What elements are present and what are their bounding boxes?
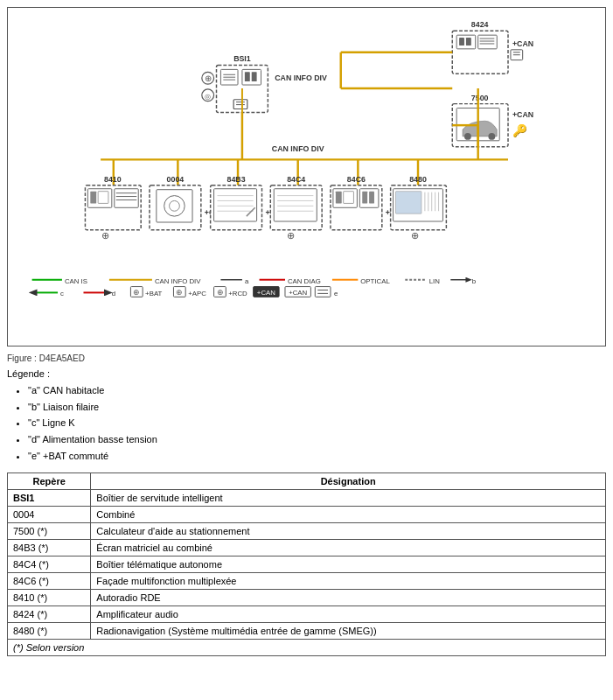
svg-rect-77 <box>270 186 322 230</box>
diagram-container: BSI1 ⊕ ◎ CAN INFO DIV <box>7 7 606 346</box>
svg-rect-7 <box>245 72 250 81</box>
diagram-svg: BSI1 ⊕ ◎ CAN INFO DIV <box>15 15 598 339</box>
figure-label: Figure : D4EA5AED <box>7 354 606 363</box>
svg-text:8424: 8424 <box>471 20 489 29</box>
legende-item: "e" +BAT commuté <box>28 448 606 465</box>
cell-repere: 0004 <box>8 507 91 523</box>
svg-text:⊕: ⊕ <box>101 230 109 241</box>
svg-text:🔑: 🔑 <box>512 123 528 138</box>
svg-text:+CAN: +CAN <box>512 110 533 119</box>
svg-text:b: b <box>472 277 477 285</box>
svg-rect-88 <box>336 192 342 204</box>
svg-text:⊕: ⊕ <box>176 288 183 297</box>
table-row: 0004Combiné <box>8 507 606 523</box>
svg-text:+APC: +APC <box>188 290 206 298</box>
svg-text:+CAN: +CAN <box>289 289 307 297</box>
table-row: 84B3 (*)Écran matriciel au combiné <box>8 540 606 556</box>
table-note: (*) Selon version <box>8 640 606 656</box>
cell-repere: 8480 (*) <box>8 623 91 640</box>
legende-title: Légende : <box>7 368 606 379</box>
svg-text:d: d <box>112 290 115 298</box>
cell-designation: Combiné <box>91 507 606 523</box>
svg-text:◎: ◎ <box>205 93 211 101</box>
svg-text:0004: 0004 <box>167 175 185 184</box>
legende-item: "c" Ligne K <box>28 415 606 431</box>
svg-point-34 <box>488 133 495 140</box>
legende-item: "d" Alimentation basse tension <box>28 431 606 448</box>
svg-text:8480: 8480 <box>409 175 427 184</box>
svg-text:+CAN: +CAN <box>512 39 533 48</box>
cell-repere: 7500 (*) <box>8 523 91 540</box>
cell-designation: Autoradio RDE <box>91 590 606 606</box>
svg-text:84C6: 84C6 <box>347 175 366 184</box>
svg-text:⊕: ⊕ <box>411 230 419 241</box>
svg-text:⊕: ⊕ <box>287 230 295 241</box>
table-note-row: (*) Selon version <box>8 640 606 656</box>
svg-rect-55 <box>90 192 96 204</box>
repere-table: Repère Désignation BSI1Boîtier de servit… <box>7 472 606 656</box>
svg-text:CAN INFO DIV: CAN INFO DIV <box>272 144 324 153</box>
cell-repere: 84C4 (*) <box>8 556 91 573</box>
svg-text:OPTICAL: OPTICAL <box>360 277 390 285</box>
svg-rect-21 <box>466 38 471 46</box>
cell-designation: Amplificateur audio <box>91 606 606 623</box>
svg-text:84B3: 84B3 <box>227 175 246 184</box>
svg-text:⊕: ⊕ <box>205 74 212 83</box>
table-row: 84C6 (*)Façade multifonction multiplexée <box>8 573 606 590</box>
table-row: 8480 (*)Radionavigation (Système multimé… <box>8 623 606 640</box>
table-row: 8410 (*)Autoradio RDE <box>8 590 606 606</box>
svg-text:CAN INFO DIV: CAN INFO DIV <box>155 277 201 285</box>
svg-text:8410: 8410 <box>104 175 122 184</box>
svg-rect-17 <box>452 31 508 74</box>
table-row: BSI1Boîtier de servitude intelligent <box>8 490 606 507</box>
cell-designation: Façade multifonction multiplexée <box>91 573 606 590</box>
col-designation: Désignation <box>91 473 606 490</box>
svg-text:a: a <box>245 277 249 285</box>
cell-designation: Écran matriciel au combiné <box>91 540 606 556</box>
table-row: 84C4 (*)Boîtier télématique autonome <box>8 556 606 573</box>
table-body: BSI1Boîtier de servitude intelligent0004… <box>8 490 606 640</box>
svg-rect-92 <box>369 192 374 204</box>
table-row: 7500 (*)Calculateur d'aide au stationnem… <box>8 523 606 540</box>
cell-designation: Calculateur d'aide au stationnement <box>91 523 606 540</box>
svg-text:7500: 7500 <box>471 94 489 102</box>
table-row: 8424 (*)Amplificateur audio <box>8 606 606 623</box>
legende-item: "a" CAN habitacle <box>28 382 606 399</box>
svg-text:CAN IS: CAN IS <box>65 277 87 285</box>
cell-repere: 8424 (*) <box>8 606 91 623</box>
svg-text:e: e <box>334 290 338 298</box>
legende-list: "a" CAN habitacle"b" Liaison filaire"c" … <box>7 382 606 464</box>
col-repere: Repère <box>8 473 91 490</box>
cell-repere: BSI1 <box>8 490 91 507</box>
svg-rect-91 <box>362 192 367 204</box>
svg-text:+RCD: +RCD <box>228 290 247 298</box>
legende-item: "b" Liaison filaire <box>28 399 606 416</box>
svg-text:c: c <box>60 290 64 298</box>
diagram-area: BSI1 ⊕ ◎ CAN INFO DIV <box>15 15 598 339</box>
svg-text:⊕: ⊕ <box>133 288 140 297</box>
cell-designation: Radionavigation (Système multimédia entr… <box>91 623 606 640</box>
svg-text:CAN INFO DIV: CAN INFO DIV <box>275 74 327 82</box>
cell-repere: 8410 (*) <box>8 590 91 606</box>
svg-rect-138 <box>315 287 331 298</box>
svg-rect-62 <box>150 186 201 230</box>
svg-text:LIN: LIN <box>429 277 441 285</box>
svg-text:84C4: 84C4 <box>287 175 305 184</box>
svg-text:+CAN: +CAN <box>257 289 275 297</box>
svg-rect-97 <box>396 192 421 214</box>
svg-text:CAN DIAG: CAN DIAG <box>288 277 321 285</box>
cell-designation: Boîtier télématique autonome <box>91 556 606 573</box>
svg-text:⊕: ⊕ <box>217 288 224 297</box>
svg-rect-20 <box>459 38 464 46</box>
cell-repere: 84B3 (*) <box>8 540 91 556</box>
cell-repere: 84C6 (*) <box>8 573 91 590</box>
svg-text:+BAT: +BAT <box>145 290 162 298</box>
svg-rect-8 <box>252 72 257 81</box>
svg-point-33 <box>464 133 471 140</box>
cell-designation: Boîtier de servitude intelligent <box>91 490 606 507</box>
svg-text:BSI1: BSI1 <box>233 54 251 63</box>
